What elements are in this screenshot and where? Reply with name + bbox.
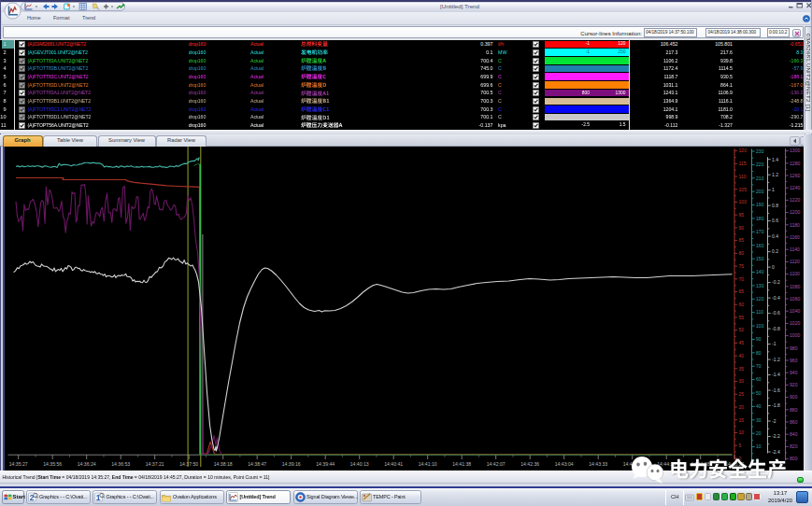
svg-text:1.4: 1.4: [772, 157, 778, 162]
svg-text:-0.2: -0.2: [772, 279, 780, 285]
svg-text:35: 35: [738, 366, 744, 372]
svg-text:900: 900: [790, 394, 798, 400]
svg-text:14:40:41: 14:40:41: [384, 461, 403, 467]
svg-text:14:41:10: 14:41:10: [418, 461, 436, 467]
svg-text:120: 120: [738, 148, 747, 153]
svg-text:940: 940: [790, 370, 798, 375]
svg-text:14:35:56: 14:35:56: [43, 461, 62, 467]
svg-text:1220: 1220: [790, 197, 800, 203]
svg-text:14:42:07: 14:42:07: [486, 461, 505, 467]
svg-text:14:36:53: 14:36:53: [111, 461, 130, 467]
svg-text:14:42:36: 14:42:36: [520, 461, 539, 467]
svg-text:220: 220: [756, 162, 764, 167]
svg-text:0.4: 0.4: [772, 233, 778, 239]
svg-text:115: 115: [738, 161, 746, 166]
svg-text:210: 210: [756, 176, 764, 181]
svg-text:60: 60: [756, 376, 762, 382]
svg-text:15: 15: [738, 417, 744, 423]
svg-text:14:38:18: 14:38:18: [213, 461, 232, 467]
svg-text:1020: 1020: [790, 320, 800, 326]
svg-text:30: 30: [756, 417, 762, 423]
svg-text:-1: -1: [772, 341, 776, 346]
svg-text:100: 100: [738, 199, 747, 204]
svg-text:230: 230: [756, 148, 764, 154]
svg-text:170: 170: [756, 229, 764, 234]
svg-text:130: 130: [756, 283, 764, 288]
svg-text:120: 120: [756, 296, 764, 302]
svg-text:980: 980: [790, 345, 798, 351]
svg-text:1100: 1100: [790, 271, 800, 276]
svg-text:-2: -2: [772, 418, 776, 424]
svg-text:85: 85: [738, 237, 744, 243]
svg-text:1260: 1260: [790, 173, 800, 178]
svg-text:25: 25: [738, 391, 744, 397]
svg-text:880: 880: [790, 407, 798, 413]
svg-text:180: 180: [756, 216, 764, 221]
svg-text:800: 800: [790, 456, 798, 461]
svg-text:70: 70: [756, 363, 762, 369]
svg-text:14:37:21: 14:37:21: [145, 461, 164, 467]
svg-text:10: 10: [756, 443, 762, 449]
svg-text:1080: 1080: [790, 284, 800, 289]
svg-text:110: 110: [738, 174, 746, 179]
svg-text:-2.2: -2.2: [772, 433, 780, 439]
svg-text:14:35:27: 14:35:27: [8, 461, 27, 467]
svg-text:90: 90: [756, 336, 762, 342]
svg-text:860: 860: [790, 419, 798, 425]
svg-text:80: 80: [756, 350, 762, 356]
svg-text:1300: 1300: [790, 148, 800, 153]
svg-text:1: 1: [772, 187, 775, 192]
svg-text:1060: 1060: [790, 296, 800, 302]
svg-text:840: 840: [790, 431, 798, 437]
svg-text:55: 55: [738, 315, 744, 320]
svg-text:20: 20: [756, 430, 762, 436]
svg-text:100: 100: [756, 323, 764, 329]
svg-text:160: 160: [756, 243, 764, 248]
svg-text:960: 960: [790, 358, 798, 363]
svg-text:110: 110: [756, 309, 763, 315]
svg-text:14:39:16: 14:39:16: [281, 461, 300, 467]
svg-text:-1.8: -1.8: [772, 402, 780, 408]
svg-text:1160: 1160: [790, 234, 800, 240]
svg-text:65: 65: [738, 288, 744, 294]
svg-text:-0.6: -0.6: [772, 310, 780, 316]
svg-text:-1.6: -1.6: [772, 387, 780, 393]
svg-text:40: 40: [738, 353, 744, 358]
svg-text:20: 20: [738, 404, 744, 410]
svg-text:14:39:44: 14:39:44: [316, 461, 335, 467]
svg-text:40: 40: [756, 403, 762, 409]
svg-text:10: 10: [738, 429, 744, 435]
svg-text:14:40:13: 14:40:13: [349, 461, 368, 467]
svg-text:14:43:04: 14:43:04: [554, 461, 573, 467]
svg-text:70: 70: [738, 276, 744, 282]
svg-text:820: 820: [790, 443, 798, 449]
svg-text:-1.2: -1.2: [772, 357, 780, 362]
svg-text:200: 200: [756, 189, 764, 194]
svg-text:0.6: 0.6: [772, 218, 778, 223]
svg-text:-0.4: -0.4: [772, 295, 780, 301]
svg-text:14:41:38: 14:41:38: [452, 461, 471, 467]
svg-text:1280: 1280: [790, 161, 800, 166]
svg-text:5: 5: [738, 443, 741, 448]
svg-text:14:37:50: 14:37:50: [179, 461, 198, 467]
svg-text:1.2: 1.2: [772, 172, 778, 177]
svg-text:14:38:47: 14:38:47: [248, 461, 266, 467]
svg-text:-0.8: -0.8: [772, 326, 780, 331]
svg-text:90: 90: [738, 225, 744, 231]
svg-text:1120: 1120: [790, 259, 800, 264]
svg-text:0.2: 0.2: [772, 248, 778, 254]
svg-text:50: 50: [738, 327, 744, 332]
svg-text:1240: 1240: [790, 185, 800, 190]
svg-text:95: 95: [738, 212, 744, 218]
svg-text:1180: 1180: [790, 222, 800, 228]
svg-text:30: 30: [738, 378, 744, 384]
svg-text:45: 45: [738, 340, 744, 345]
svg-text:-1.4: -1.4: [772, 372, 780, 377]
svg-text:14:43:33: 14:43:33: [589, 461, 607, 467]
svg-text:80: 80: [738, 250, 744, 256]
svg-text:0: 0: [772, 264, 775, 270]
svg-text:-2.4: -2.4: [772, 449, 780, 455]
svg-text:60: 60: [738, 302, 744, 307]
svg-text:1200: 1200: [790, 209, 800, 215]
svg-text:0.8: 0.8: [772, 203, 778, 208]
